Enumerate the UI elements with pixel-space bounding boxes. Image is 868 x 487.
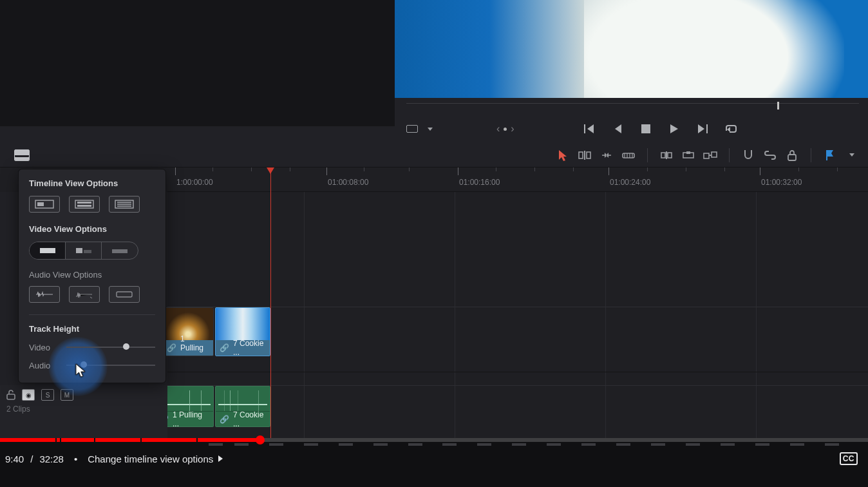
selection-tool-icon[interactable] [556,148,570,162]
clip-label: 1 Pulling ... [180,334,209,356]
svg-rect-13 [7,394,15,399]
blade-tool-icon[interactable] [621,148,636,162]
svg-rect-16 [75,200,93,208]
viewer-mode-caret[interactable] [423,122,437,136]
popup-divider [29,314,155,315]
svg-rect-20 [40,248,55,253]
svg-rect-6 [668,153,672,158]
viewer-panel: ‹ › [395,0,868,143]
cursor-icon [75,363,87,379]
ruler-tick-label: 01:00:08:00 [328,178,368,187]
video-view-filmstrip[interactable] [30,242,66,259]
audio-view-waveform-full[interactable] [69,286,100,303]
flag-caret[interactable] [845,148,859,162]
popup-section-title: Track Height [29,324,155,334]
timeline-view-option-1[interactable] [29,196,60,213]
viewer-pager[interactable]: ‹ › [496,123,514,135]
timeline-view-options-popup: Timeline View Options Video View Options… [18,169,166,383]
viewer-mode-button[interactable] [405,122,419,136]
timeline-view-option-3[interactable] [109,196,140,213]
mute-button[interactable]: M [61,389,73,401]
time-separator: / [30,454,33,464]
stop-icon[interactable] [639,122,653,136]
step-back-icon[interactable] [610,122,625,136]
trim-tool-icon[interactable] [578,148,592,162]
pager-next[interactable]: › [511,123,514,135]
preview-scrub-bar[interactable] [406,103,859,113]
toolbar-separator [647,148,648,162]
overwrite-clip-icon[interactable] [681,148,695,162]
play-icon[interactable] [667,122,681,136]
video-view-simple[interactable] [102,242,138,259]
svg-rect-12 [826,150,827,160]
video-view-segmented[interactable] [29,242,138,260]
chapter-title: Change timeline view options [88,454,213,464]
go-last-icon[interactable] [695,122,710,136]
track-enable-icon[interactable]: ◉ [22,389,35,401]
pager-dot [504,128,507,131]
toolbar-separator [811,148,811,162]
progress-bar[interactable] [0,438,868,442]
ruler-tick-label: 01:00:32:00 [761,178,802,187]
track-body[interactable]: 🔗1 Pulling ... 🔗7 Cookie ... 🔗1 Pulling … [167,192,868,438]
svg-rect-5 [661,153,665,158]
svg-rect-22 [84,250,91,253]
svg-rect-0 [641,124,650,133]
audio-track: 🔗1 Pulling ... 🔗7 Cookie ... [167,385,868,438]
clip-label: 7 Cookie ... [233,410,266,428]
scrub-marker[interactable] [777,102,779,110]
captions-button[interactable]: CC [840,452,858,465]
video-height-slider[interactable] [66,341,155,353]
svg-rect-1 [579,152,583,158]
chevron-right-icon [218,455,223,462]
video-view-thumbnail[interactable] [66,242,102,259]
audio-track-header: ◉ S M 2 Clips [0,385,167,438]
go-first-icon[interactable] [582,122,596,136]
total-time: 32:28 [39,454,64,464]
svg-rect-17 [77,202,91,204]
toolbar-separator [729,148,730,162]
ruler-tick-label: 01:00:24:00 [610,178,650,187]
link-icon: 🔗 [167,343,176,352]
svg-rect-3 [584,151,585,160]
svg-rect-9 [704,153,709,158]
video-clip[interactable]: 🔗7 Cookie ... [215,307,270,356]
svg-rect-2 [587,152,590,158]
video-clip[interactable]: 🔗1 Pulling ... [162,307,214,356]
svg-rect-18 [77,205,91,207]
audio-view-simple[interactable] [109,286,140,303]
svg-rect-8 [686,151,690,154]
chapter-button[interactable]: Change timeline view options [88,454,223,464]
link-icon[interactable] [763,148,777,162]
flag-icon[interactable] [823,148,837,162]
audio-view-waveform[interactable] [29,286,60,303]
solo-button[interactable]: S [41,389,54,401]
popup-section-title: Audio View Options [29,270,155,280]
ruler-tick-label: 01:00:16:00 [459,178,500,187]
media-bin-panel [0,0,395,143]
media-bin-footer [0,126,395,143]
link-icon: 🔗 [220,415,229,424]
svg-rect-15 [37,202,44,206]
progress-watched [0,438,260,442]
playhead[interactable] [270,167,271,438]
elapsed-time: 9:40 [5,454,24,464]
audio-clip[interactable]: 🔗7 Cookie ... [215,386,270,427]
popup-section-title: Video View Options [29,224,155,234]
replace-clip-icon[interactable] [703,148,717,162]
timeline-view-option-2[interactable] [69,196,100,213]
svg-rect-21 [76,248,82,253]
lock-icon[interactable] [785,148,799,162]
dynamic-trim-icon[interactable] [599,148,614,162]
pager-prev[interactable]: ‹ [496,123,500,135]
timeline-view-options-button[interactable] [14,149,30,161]
lock-track-icon[interactable] [6,390,15,400]
insert-clip-icon[interactable] [659,148,674,162]
preview-frame [395,0,868,98]
loop-icon[interactable] [724,122,738,136]
clip-label: 7 Cookie ... [233,339,266,356]
bullet: • [74,454,77,464]
clip-label: 1 Pulling ... [173,410,209,428]
snapping-icon[interactable] [741,148,755,162]
progress-ticks [0,443,868,446]
